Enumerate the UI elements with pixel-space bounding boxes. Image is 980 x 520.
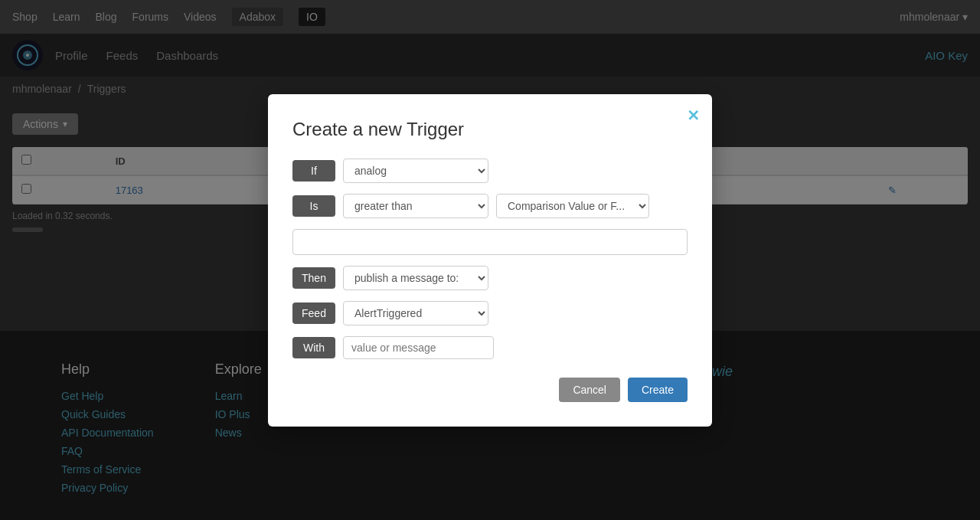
modal-close-button[interactable]: ✕ [687,106,700,125]
create-trigger-modal: ✕ Create a new Trigger If analog Is grea… [268,94,712,427]
modal-title: Create a new Trigger [292,119,688,140]
value-input-row: 600 [292,229,688,255]
feed-select[interactable]: AlertTriggered [343,301,488,325]
if-select[interactable]: analog [343,159,488,183]
if-row: If analog [292,159,688,183]
with-input[interactable] [343,336,494,359]
create-button[interactable]: Create [628,378,688,402]
is-row: Is greater than Comparison Value or F... [292,194,688,218]
comparison-select[interactable]: Comparison Value or F... [496,194,649,218]
value-input[interactable]: 600 [292,229,688,255]
then-select[interactable]: publish a message to: [343,266,488,290]
modal-actions: Cancel Create [292,378,688,402]
cancel-button[interactable]: Cancel [559,378,620,402]
modal-overlay: ✕ Create a new Trigger If analog Is grea… [0,0,980,520]
is-select[interactable]: greater than [343,194,488,218]
feed-row: Feed AlertTriggered [292,301,688,325]
with-row: With [292,336,688,359]
then-row: Then publish a message to: [292,266,688,290]
is-label: Is [292,195,335,217]
then-label: Then [292,267,335,289]
feed-label: Feed [292,303,335,324]
if-label: If [292,160,335,182]
with-label: With [292,337,335,358]
